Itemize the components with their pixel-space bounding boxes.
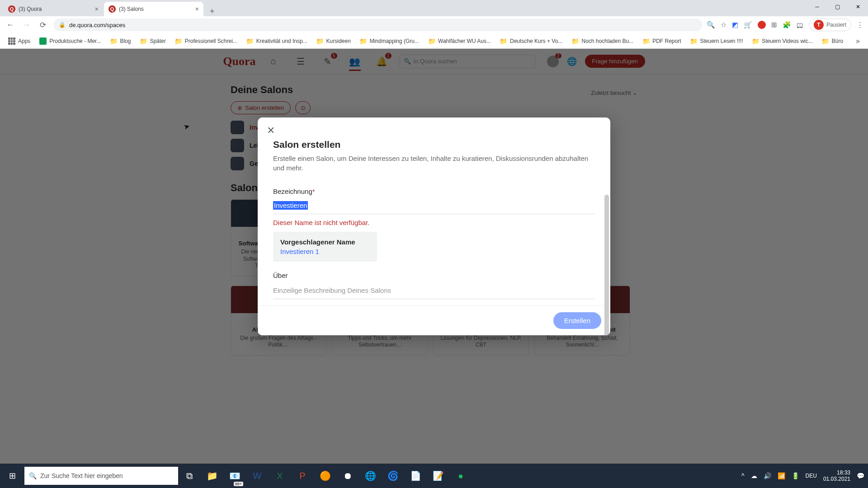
name-suggestion[interactable]: Vorgeschlagener Name Investieren 1 — [273, 232, 377, 262]
browser-chrome: Q (3) Quora × Q (3) Salons × + ─ ▢ ✕ ← →… — [0, 0, 868, 49]
browser-tab-active[interactable]: Q (3) Salons × — [104, 2, 203, 16]
salon-name-input[interactable]: Investieren — [273, 197, 595, 214]
bookmark-item[interactable]: 📁PDF Report — [639, 36, 684, 47]
bookmark-item[interactable]: Apps — [5, 36, 34, 47]
close-window-button[interactable]: ✕ — [848, 0, 868, 14]
back-button[interactable]: ← — [5, 19, 16, 31]
about-input[interactable]: Einzeilige Beschreibung Deines Salons — [273, 282, 595, 299]
suggestion-value: Investieren 1 — [280, 248, 370, 255]
chrome-icon[interactable]: 🌐 — [359, 464, 382, 488]
modal-subtitle: Erstelle einen Salon, um Deine Interesse… — [273, 154, 595, 173]
onedrive-icon[interactable]: ☁ — [751, 472, 757, 479]
suggestion-label: Vorgeschlagener Name — [280, 238, 370, 246]
profile-state: Pausiert — [826, 22, 846, 28]
notifications-icon[interactable]: 💬 — [857, 472, 864, 479]
bookmark-item[interactable]: 📁Büro — [818, 36, 847, 47]
reading-list-icon[interactable]: 🕮 — [797, 21, 803, 29]
volume-icon[interactable]: 🔊 — [764, 472, 771, 479]
bookmark-item[interactable]: 📁Wahlfächer WU Aus... — [425, 36, 495, 47]
powerpoint-icon[interactable]: P — [291, 464, 314, 488]
clock[interactable]: 18:33 01.03.2021 — [823, 469, 850, 483]
bookmark-item[interactable]: 📁Mindmapping (Gru... — [356, 36, 423, 47]
minimize-button[interactable]: ─ — [807, 0, 827, 14]
about-label: Über — [273, 272, 595, 279]
address-bar: ← → ⟳ 🔒 de.quora.com/spaces 🔍 ☆ ◩ 🛒 ⊞ 🧩 … — [0, 16, 868, 33]
bookmark-item[interactable]: 📁Blog — [106, 36, 134, 47]
name-label: Bezeichnung* — [273, 188, 595, 195]
zoom-icon[interactable]: 🔍 — [707, 21, 715, 29]
bookmark-item[interactable]: 📁Später — [136, 36, 169, 47]
task-view-icon[interactable]: ⧉ — [178, 464, 201, 488]
browser-tab[interactable]: Q (3) Quora × — [4, 2, 103, 16]
extension-icon[interactable]: ◩ — [732, 21, 738, 29]
wifi-icon[interactable]: 📶 — [778, 472, 785, 479]
spotify-icon[interactable]: ● — [449, 464, 472, 488]
quora-favicon: Q — [108, 5, 116, 13]
mail-icon[interactable]: 📧99+ — [223, 464, 246, 488]
close-icon[interactable]: × — [95, 5, 99, 13]
excel-icon[interactable]: X — [269, 464, 291, 488]
system-tray: ^ ☁ 🔊 📶 🔋 DEU 18:33 01.03.2021 💬 — [741, 469, 868, 483]
notepad-icon[interactable]: 📝 — [427, 464, 449, 488]
bookmark-item[interactable]: 📁Professionell Schrei... — [171, 36, 241, 47]
create-salon-modal: ✕ Salon erstellen Erstelle einen Salon, … — [258, 117, 610, 335]
bookmark-item[interactable]: 📁Kreativität und Insp... — [243, 36, 311, 47]
tab-title: (3) Salons — [119, 6, 144, 12]
extension-icon[interactable] — [758, 21, 766, 29]
bookmarks-bar: AppsProduktsuche - Mer...📁Blog📁Später📁Pr… — [0, 33, 868, 49]
maximize-button[interactable]: ▢ — [827, 0, 848, 14]
reload-button[interactable]: ⟳ — [37, 19, 49, 31]
toolbar-icons: 🔍 ☆ ◩ 🛒 ⊞ 🧩 🕮 T Pausiert ⋮ — [707, 19, 863, 31]
tab-title: (3) Quora — [19, 6, 42, 12]
bookmark-item[interactable]: 📁Steuern Videos wic... — [748, 36, 816, 47]
window-controls: ─ ▢ ✕ — [807, 0, 868, 14]
modal-title: Salon erstellen — [273, 139, 595, 150]
obs-icon[interactable]: ⏺ — [336, 464, 359, 488]
url-input[interactable]: 🔒 de.quora.com/spaces — [53, 19, 702, 31]
bookmark-item[interactable]: 📁Kursideen — [313, 36, 354, 47]
close-icon[interactable]: × — [195, 5, 199, 13]
modal-scrollbar[interactable] — [604, 194, 609, 335]
extensions-icon[interactable]: 🧩 — [783, 21, 791, 29]
badge: 99+ — [234, 482, 243, 486]
input-selection: Investieren — [273, 201, 308, 210]
menu-icon[interactable]: ⋮ — [857, 21, 863, 29]
profile-button[interactable]: T Pausiert — [809, 19, 851, 31]
taskbar-search[interactable]: 🔍 Zur Suche Text hier eingeben — [24, 467, 178, 485]
quora-favicon: Q — [8, 5, 15, 13]
app-icon[interactable]: 📄 — [404, 464, 427, 488]
name-error: Dieser Name ist nicht verfügbar. — [273, 219, 595, 226]
bookmarks-overflow[interactable]: » — [852, 37, 863, 45]
url-text: de.quora.com/spaces — [69, 22, 125, 28]
bookmark-item[interactable]: 📁Noch hochladen Bu... — [568, 36, 637, 47]
close-modal-button[interactable]: ✕ — [264, 124, 278, 137]
bookmark-item[interactable]: 📁Deutsche Kurs + Vo... — [496, 36, 566, 47]
extension-icon[interactable]: 🛒 — [744, 21, 752, 29]
bookmark-item[interactable]: Produktsuche - Mer... — [36, 36, 104, 47]
battery-icon[interactable]: 🔋 — [792, 472, 799, 479]
star-icon[interactable]: ☆ — [721, 21, 726, 29]
tab-bar: Q (3) Quora × Q (3) Salons × + ─ ▢ ✕ — [0, 0, 868, 16]
edge-icon[interactable]: 🌀 — [382, 464, 404, 488]
extension-icon[interactable]: ⊞ — [771, 21, 777, 29]
app-icon[interactable]: 🟠 — [314, 464, 336, 488]
forward-button[interactable]: → — [21, 19, 33, 31]
profile-avatar: T — [814, 20, 824, 30]
keyboard-lang[interactable]: DEU — [806, 473, 817, 479]
word-icon[interactable]: W — [246, 464, 269, 488]
tray-chevron-icon[interactable]: ^ — [741, 472, 745, 479]
windows-taskbar: ⊞ 🔍 Zur Suche Text hier eingeben ⧉ 📁 📧99… — [0, 464, 868, 488]
lock-icon: 🔒 — [59, 22, 66, 28]
start-button[interactable]: ⊞ — [0, 464, 24, 488]
new-tab-button[interactable]: + — [204, 7, 220, 16]
bookmark-item[interactable]: 📁Steuern Lesen !!!! — [686, 36, 746, 47]
file-explorer-icon[interactable]: 📁 — [201, 464, 223, 488]
submit-button[interactable]: Erstellen — [553, 312, 601, 329]
